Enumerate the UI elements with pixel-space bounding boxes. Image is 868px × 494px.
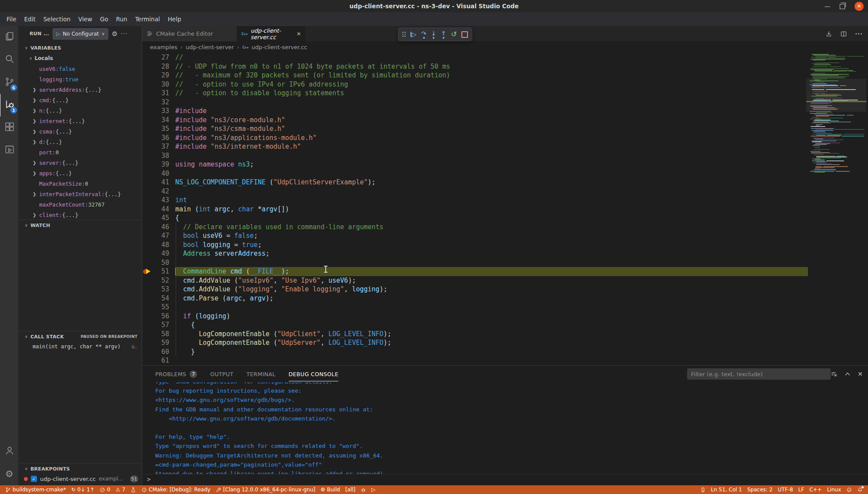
- breakpoint-margin[interactable]: [142, 205, 155, 214]
- breakpoint-margin[interactable]: [142, 89, 155, 98]
- gutter[interactable]: 35: [142, 124, 175, 134]
- code-text[interactable]: cmd.Parse (argc, argv);: [175, 294, 808, 303]
- debug-config-dropdown[interactable]: ▷ No Configurat ∨: [53, 28, 108, 40]
- minimize-button[interactable]: —: [825, 3, 830, 10]
- tray-download-icon[interactable]: [825, 30, 832, 37]
- code-text[interactable]: [175, 151, 808, 160]
- code-text[interactable]: // - UDP flow from n0 to n1 of 1024 byte…: [175, 62, 808, 71]
- status-lf[interactable]: LF: [796, 485, 807, 494]
- breakpoint-margin[interactable]: [142, 347, 155, 357]
- gutter[interactable]: 36: [142, 134, 175, 143]
- gutter[interactable]: 51: [142, 267, 175, 276]
- gutter[interactable]: 42: [142, 187, 175, 196]
- gutter[interactable]: 33: [142, 107, 175, 116]
- close-icon[interactable]: ✕: [297, 31, 301, 37]
- breakpoint-margin[interactable]: [142, 214, 155, 223]
- code-text[interactable]: [175, 258, 808, 267]
- activity-explorer[interactable]: [0, 26, 18, 49]
- breakpoint-margin[interactable]: [142, 294, 155, 303]
- code-text[interactable]: int: [175, 196, 808, 205]
- gutter[interactable]: 28: [142, 62, 175, 71]
- code-text[interactable]: {: [175, 320, 808, 330]
- code-text[interactable]: bool logging = true;: [175, 240, 808, 250]
- call-stack-frame[interactable]: main(int argc, char ** argv)u.: [18, 341, 142, 352]
- code-text[interactable]: NS_LOG_COMPONENT_DEFINE ("UdpClientServe…: [175, 178, 808, 187]
- status-c[interactable]: C++: [807, 485, 825, 494]
- gutter[interactable]: 47: [142, 231, 175, 240]
- status-build[interactable]: ⚙Build: [318, 485, 343, 494]
- gutter[interactable]: 32: [142, 98, 175, 107]
- gutter[interactable]: 38: [142, 151, 175, 160]
- debug-console[interactable]: Type "show configuration" for configurat…: [142, 382, 868, 474]
- breakpoint-margin[interactable]: [142, 80, 155, 89]
- gutter[interactable]: 49: [142, 249, 175, 258]
- menu-view[interactable]: View: [74, 13, 96, 25]
- code-text[interactable]: if (logging): [175, 312, 808, 321]
- status-buildsystem-cmake[interactable]: buildsystem-cmake*: [3, 485, 69, 494]
- code-text[interactable]: // Declare variables used in command-lin…: [175, 223, 808, 232]
- gutter[interactable]: 37: [142, 142, 175, 151]
- menu-edit[interactable]: Edit: [20, 13, 40, 25]
- code-text[interactable]: [175, 98, 808, 107]
- gutter[interactable]: 50: [142, 258, 175, 267]
- locals-scope[interactable]: ∨ Locals: [18, 53, 142, 63]
- gutter[interactable]: 44: [142, 205, 175, 214]
- close-panel-icon[interactable]: ✕: [858, 370, 863, 377]
- restart-button[interactable]: ↺: [451, 31, 457, 38]
- breakpoint-margin[interactable]: [142, 53, 155, 62]
- debug-console-input[interactable]: >: [142, 474, 868, 484]
- variable-port[interactable]: port: 0: [18, 147, 142, 157]
- breakpoint-margin[interactable]: [142, 169, 155, 178]
- gutter[interactable]: 54: [142, 294, 175, 303]
- gutter[interactable]: 58: [142, 330, 175, 339]
- code-text[interactable]: // - option to use IPv4 or IPv6 addressi…: [175, 80, 808, 89]
- code-text[interactable]: #include "ns3/internet-module.h": [175, 142, 808, 151]
- tab-udp-client-server-cc[interactable]: C++udp-client-server.cc✕: [237, 26, 305, 41]
- breadcrumb-item[interactable]: udp-client-server: [186, 44, 234, 50]
- status-feedback-icon[interactable]: [844, 485, 855, 494]
- step-into-button[interactable]: ↓: [431, 30, 437, 39]
- status-bell-icon[interactable]: [855, 485, 865, 494]
- watch-section-header[interactable]: ∨ WATCH: [18, 220, 142, 230]
- status-linux[interactable]: Linux: [825, 485, 844, 494]
- breakpoint-margin[interactable]: [142, 312, 155, 321]
- gutter[interactable]: 45: [142, 214, 175, 223]
- gutter[interactable]: 48: [142, 240, 175, 250]
- breakpoint-margin[interactable]: [142, 71, 155, 80]
- step-over-button[interactable]: ↷: [421, 30, 427, 39]
- status-device-icon[interactable]: [698, 485, 708, 494]
- variable-n[interactable]: ❯n: {...}: [18, 105, 142, 116]
- variables-section-header[interactable]: ∨ VARIABLES: [18, 43, 142, 53]
- status-7[interactable]: ⚠7: [113, 485, 128, 494]
- console-filter[interactable]: [687, 368, 831, 380]
- variable-client[interactable]: ❯client: {...}: [18, 210, 142, 220]
- gutter[interactable]: 53: [142, 285, 175, 294]
- breakpoint-margin[interactable]: [142, 98, 155, 107]
- variable-server[interactable]: ❯server: {...}: [18, 157, 142, 168]
- gutter[interactable]: 60: [142, 347, 175, 357]
- maximize-panel-icon[interactable]: [844, 370, 851, 377]
- gutter[interactable]: 39: [142, 160, 175, 169]
- breakpoint-margin[interactable]: [142, 258, 155, 267]
- status-clang-12-0-0-x86-64-pc-linux-gnu[interactable]: [Clang 12.0.0 x86_64-pc-linux-gnu]: [213, 485, 318, 494]
- breakpoint-margin[interactable]: [142, 285, 155, 294]
- gear-icon[interactable]: ⚙: [112, 30, 117, 38]
- breakpoint-margin[interactable]: [142, 240, 155, 250]
- variable-serveraddress[interactable]: ❯serverAddress: {...}: [18, 84, 142, 95]
- panel-tab-terminal[interactable]: TERMINAL: [247, 367, 276, 381]
- menu-selection[interactable]: Selection: [40, 13, 74, 25]
- menu-help[interactable]: Help: [164, 13, 185, 25]
- gutter[interactable]: 30: [142, 80, 175, 89]
- step-out-button[interactable]: ↑: [441, 30, 446, 39]
- breakpoint-margin[interactable]: [142, 62, 155, 71]
- breadcrumb-item[interactable]: udp-client-server.cc: [251, 44, 307, 50]
- code-text[interactable]: #include "ns3/applications-module.h": [175, 134, 808, 143]
- activity-extensions[interactable]: [0, 117, 18, 139]
- gutter[interactable]: 34: [142, 116, 175, 125]
- breakpoint-margin[interactable]: [142, 320, 155, 330]
- code-text[interactable]: main (int argc, char *argv[]): [175, 205, 808, 214]
- stop-button[interactable]: [461, 31, 468, 38]
- code-text[interactable]: LogComponentEnable ("UdpServer", LOG_LEV…: [175, 338, 808, 347]
- variable-logging[interactable]: logging: true: [18, 74, 142, 84]
- breakpoint-margin[interactable]: [142, 160, 155, 169]
